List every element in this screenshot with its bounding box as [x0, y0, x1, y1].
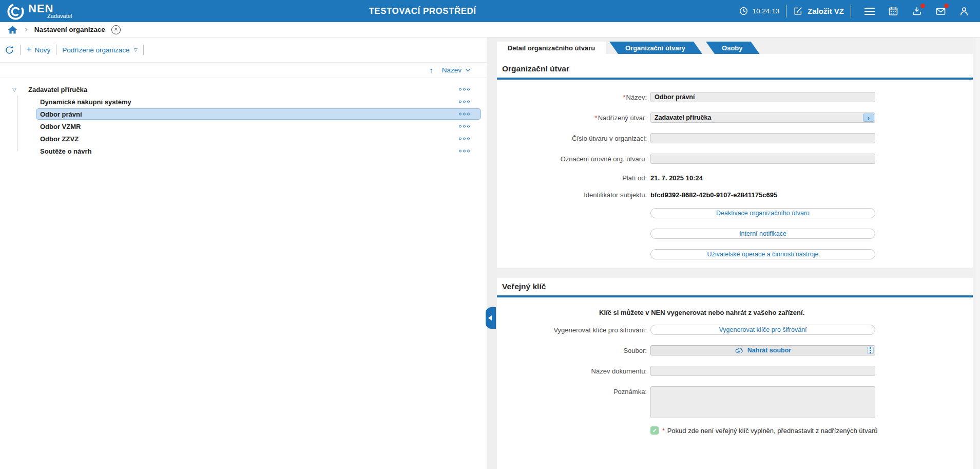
clock-icon — [739, 6, 748, 16]
panel-gutter — [487, 37, 497, 469]
profile-button[interactable] — [955, 3, 973, 20]
cloud-upload-icon — [735, 347, 743, 354]
row-context-menu-icon[interactable] — [459, 150, 470, 153]
tree-item-label[interactable]: Odbor ZZVZ — [40, 135, 79, 143]
form-row-identifikator: Identifikátor subjektu: bfcd9392-8682-42… — [497, 191, 973, 199]
uzivatelske-operace-button[interactable]: Uživatelské operace a činnosti nástroje — [650, 249, 875, 259]
form-row-generate: Vygenerovat klíče pro šifrování: Vygener… — [497, 325, 973, 335]
logo-texts: NEN Zadavatel — [28, 1, 72, 19]
refresh-button[interactable] — [5, 45, 14, 55]
inherit-key-checkbox[interactable]: ✓ — [650, 426, 659, 435]
open-record-button[interactable]: › — [863, 114, 874, 122]
tree-item-label[interactable]: Dynamické nákupní systémy — [40, 98, 131, 106]
field-label: Vygenerovat klíče pro šifrování: — [497, 326, 647, 334]
form-row-nazev: *Název: — [497, 92, 973, 102]
nen-logo[interactable]: NEN Zadavatel — [7, 1, 72, 21]
refresh-icon — [5, 45, 14, 55]
section-underline — [497, 295, 973, 297]
header-divider — [851, 5, 851, 17]
tree-row-selected[interactable]: Odbor právní — [0, 108, 487, 120]
main-menu-button[interactable] — [861, 3, 878, 20]
messages-badge — [944, 4, 949, 8]
messages-button[interactable] — [932, 3, 949, 20]
close-icon: × — [114, 26, 118, 32]
sort-field-label: Název — [442, 66, 462, 74]
calendar-icon — [888, 6, 898, 16]
interni-notifikace-button[interactable]: Interní notifikace — [650, 229, 875, 239]
tab-detail-organizacniho-utvaru[interactable]: Detail organizačního útvaru — [497, 42, 606, 54]
toolbar-divider — [20, 45, 21, 55]
field-label: Poznámka: — [497, 386, 647, 396]
header-divider — [786, 5, 786, 17]
scope-dropdown[interactable]: Podřízené organizace ▽ — [62, 46, 137, 54]
row-context-menu-icon[interactable] — [459, 88, 470, 91]
tab-osoby[interactable]: Osoby — [706, 42, 759, 54]
section-underline — [497, 78, 973, 80]
new-button[interactable]: + Nový — [26, 46, 50, 54]
oznaceni-urovne-input[interactable] — [650, 154, 875, 164]
edit-icon — [793, 6, 803, 16]
plus-icon: + — [26, 45, 32, 54]
session-time: 10:24:13 — [739, 6, 780, 16]
downloads-badge — [920, 4, 925, 8]
form-row-nadrizeny-utvar: *Nadřízený útvar: › — [497, 112, 973, 123]
nadrizeny-utvar-input[interactable] — [650, 112, 875, 123]
breadcrumb: › Nastavení organizace × — [0, 22, 980, 37]
upload-file-button[interactable]: Nahrát soubor — [650, 345, 875, 355]
tree-item-label[interactable]: Soutěže o návrh — [40, 147, 91, 155]
sort-direction-button[interactable]: ↑ — [429, 66, 433, 74]
required-mark: * — [662, 427, 665, 435]
section-organizacni-utvar: Organizační útvar *Název: *Nadřízený útv… — [497, 54, 973, 268]
download-tray-icon — [912, 6, 922, 16]
generate-keys-button[interactable]: Vygenerovat klíče pro šifrování — [650, 325, 875, 335]
tree-item-label[interactable]: Odbor VZMR — [40, 123, 81, 130]
app-header: NEN Zadavatel TESTOVACÍ PROSTŘEDÍ 10:24:… — [0, 0, 980, 22]
cislo-utvaru-input[interactable] — [650, 133, 875, 143]
check-icon: ✓ — [652, 427, 657, 434]
tree-row[interactable]: Dynamické nákupní systémy — [0, 96, 487, 108]
nazev-input[interactable] — [650, 92, 875, 102]
new-button-label: Nový — [35, 46, 51, 54]
calendar-button[interactable] — [885, 3, 902, 20]
user-icon — [959, 6, 969, 16]
tree-toolbar: + Nový Podřízené organizace ▽ — [0, 37, 487, 63]
tree-row[interactable]: Soutěže o návrh — [0, 145, 487, 157]
home-button[interactable] — [8, 25, 17, 34]
create-vz-button[interactable]: Založit VZ — [793, 6, 844, 16]
form-row-plati-od: Platí od: 21. 7. 2025 10:24 — [497, 174, 973, 182]
collapse-expander-icon[interactable]: ▽ — [12, 87, 16, 92]
scrollbar-track[interactable] — [974, 37, 980, 469]
poznamka-textarea[interactable] — [650, 386, 875, 418]
plati-od-value: 21. 7. 2025 10:24 — [650, 174, 703, 182]
form-row-action: Uživatelské operace a činnosti nástroje — [497, 249, 973, 259]
home-icon — [8, 25, 17, 34]
row-context-menu-icon[interactable] — [459, 138, 470, 140]
file-options-button[interactable] — [867, 347, 874, 354]
row-context-menu-icon[interactable] — [459, 125, 470, 128]
detail-panel: Detail organizačního útvaru Organizační … — [497, 37, 980, 469]
collapse-panel-handle[interactable] — [486, 307, 496, 329]
row-context-menu-icon[interactable] — [459, 101, 470, 103]
downloads-button[interactable] — [908, 3, 926, 20]
form-row-poznamka: Poznámka: — [497, 386, 973, 418]
form-row-action: Interní notifikace — [497, 229, 973, 239]
tab-organizacni-utvary[interactable]: Organizační útvary — [609, 42, 702, 54]
section-title: Veřejný klíč — [502, 278, 973, 291]
org-tree: ▽ Zadavatel příručka Dynamické nákupní s… — [0, 83, 487, 157]
triangle-down-icon: ▽ — [134, 47, 138, 52]
inherit-key-row: ✓ * Pokud zde není veřejný klíč vyplněn,… — [497, 426, 973, 435]
required-mark: * — [595, 114, 598, 122]
required-mark: * — [623, 93, 625, 101]
sort-field-button[interactable]: Název — [442, 66, 470, 74]
tree-row[interactable]: Odbor ZZVZ — [0, 133, 487, 145]
toolbar-divider — [143, 45, 144, 55]
sort-bar: ↑ Název — [0, 63, 487, 78]
tree-row[interactable]: ▽ Zadavatel příručka — [0, 83, 487, 96]
nazev-dokumentu-input[interactable] — [650, 366, 875, 376]
tree-item-label[interactable]: Odbor právní — [40, 110, 82, 118]
close-page-button[interactable]: × — [111, 25, 121, 34]
row-context-menu-icon[interactable] — [459, 113, 470, 116]
tree-item-label[interactable]: Zadavatel příručka — [28, 86, 87, 93]
deaktivace-utvaru-button[interactable]: Deaktivace organizačního útvaru — [650, 208, 875, 218]
tree-row[interactable]: Odbor VZMR — [0, 120, 487, 133]
